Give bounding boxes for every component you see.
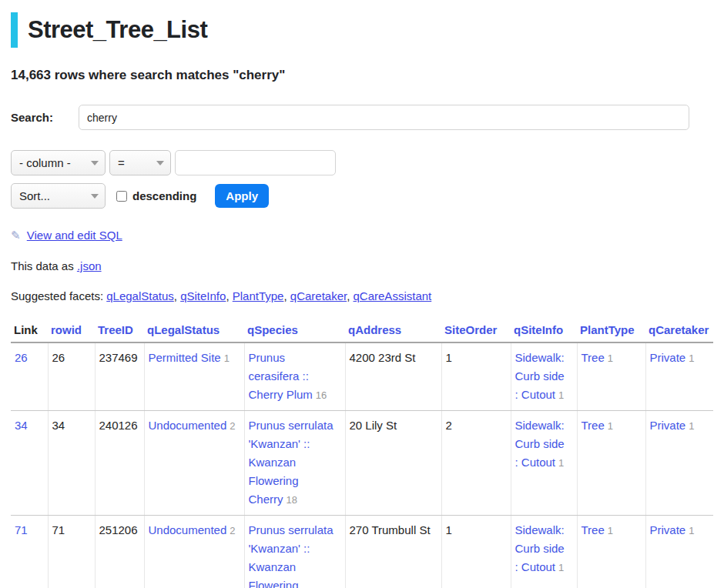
qsiteinfo-value-link[interactable]: Sidewalk: Curb side : Cutout	[515, 523, 565, 573]
column-header-treeid: TreeID	[95, 321, 144, 342]
filter-operator-select-value: =	[118, 156, 125, 169]
row-link[interactable]: 71	[15, 523, 28, 536]
search-form: Search:	[11, 105, 689, 130]
cell-rowid: 34	[48, 411, 95, 516]
facet-link[interactable]: qLegalStatus	[106, 289, 174, 302]
facet-count: 2	[230, 420, 235, 432]
sort-by-qlegalstatus-link[interactable]: qLegalStatus	[147, 323, 220, 336]
qlegalstatus-value-link[interactable]: Permitted Site	[149, 351, 221, 364]
cell-treeid: 240126	[95, 411, 144, 516]
sort-by-treeid-link[interactable]: TreeID	[98, 323, 133, 336]
sort-by-qspecies-link[interactable]: qSpecies	[247, 323, 298, 336]
table-header-row: Link rowid TreeID qLegalStatus qSpecies …	[11, 321, 713, 342]
cell-qspecies: Prunus serrulata 'Kwanzan' :: Kwanzan Fl…	[244, 516, 345, 588]
search-label: Search:	[11, 111, 79, 124]
page-title: Street_Tree_List	[11, 12, 713, 48]
sort-by-planttype-link[interactable]: PlantType	[580, 323, 635, 336]
qcaretaker-value-link[interactable]: Private	[650, 419, 686, 432]
cell-qaddress: 20 Lily St	[345, 411, 441, 516]
search-input[interactable]	[79, 105, 689, 130]
sort-by-rowid-link[interactable]: rowid	[51, 323, 82, 336]
cell-treeid: 251206	[95, 516, 144, 588]
facet-count: 2	[230, 525, 235, 536]
view-edit-sql-link[interactable]: View and edit SQL	[27, 229, 122, 242]
facet-count: 1	[689, 420, 694, 432]
qsiteinfo-value-link[interactable]: Sidewalk: Curb side : Cutout	[515, 419, 565, 469]
qspecies-value-link[interactable]: Prunus serrulata 'Kwanzan' :: Kwanzan Fl…	[249, 523, 334, 588]
facet-item: qLegalStatus	[106, 289, 180, 302]
chevron-down-icon	[156, 161, 164, 165]
sort-select-value: Sort...	[19, 189, 50, 202]
cell-qsiteinfo: Sidewalk: Curb side : Cutout1	[511, 516, 577, 588]
cell-qaddress: 270 Trumbull St	[345, 516, 441, 588]
facet-count: 1	[558, 389, 564, 401]
cell-link: 26	[11, 342, 48, 411]
filter-column-select[interactable]: - column -	[11, 150, 106, 175]
facet-count: 1	[689, 525, 694, 536]
sort-by-qaddress-link[interactable]: qAddress	[348, 323, 401, 336]
cell-siteorder: 2	[441, 411, 511, 516]
cell-planttype: Tree1	[577, 342, 645, 411]
filter-row: - column - =	[11, 150, 713, 175]
json-link[interactable]: .json	[77, 259, 102, 272]
qspecies-value-link[interactable]: Prunus cerasifera :: Cherry Plum	[249, 351, 313, 401]
column-header-rowid: rowid	[48, 321, 95, 342]
cell-qcaretaker: Private1	[645, 342, 713, 411]
cell-link: 34	[11, 411, 48, 516]
facet-list: qLegalStatusqSiteInfoPlantTypeqCaretaker…	[106, 289, 431, 302]
column-header-qsiteinfo: qSiteInfo	[511, 321, 577, 342]
cell-qspecies: Prunus cerasifera :: Cherry Plum16	[244, 342, 345, 411]
row-link[interactable]: 26	[15, 351, 28, 364]
facet-count: 1	[224, 352, 230, 364]
sort-row: Sort... descending Apply	[11, 183, 713, 209]
sort-select[interactable]: Sort...	[11, 183, 106, 209]
chevron-down-icon	[91, 194, 99, 199]
table-row: 26 26 237469 Permitted Site1 Prunus cera…	[11, 342, 713, 411]
filter-operator-select[interactable]: =	[109, 150, 171, 175]
qsiteinfo-value-link[interactable]: Sidewalk: Curb side : Cutout	[515, 351, 565, 401]
cell-link: 71	[11, 516, 48, 588]
facet-link[interactable]: qSiteInfo	[180, 289, 226, 302]
cell-qspecies: Prunus serrulata 'Kwanzan' :: Kwanzan Fl…	[244, 411, 345, 516]
cell-qlegalstatus: Permitted Site1	[144, 342, 244, 411]
facet-item: PlantType	[233, 289, 290, 302]
facet-count: 1	[558, 562, 564, 573]
row-link[interactable]: 34	[15, 419, 28, 432]
facet-count: 1	[558, 457, 564, 469]
facet-item: qCareAssistant	[354, 289, 432, 302]
cell-qcaretaker: Private1	[645, 411, 713, 516]
facet-item: qSiteInfo	[180, 289, 233, 302]
descending-checkbox[interactable]	[116, 191, 127, 202]
planttype-value-link[interactable]: Tree	[582, 523, 605, 536]
cell-rowid: 71	[48, 516, 95, 588]
descending-label: descending	[132, 189, 196, 202]
filter-value-input[interactable]	[175, 150, 336, 175]
qcaretaker-value-link[interactable]: Private	[650, 351, 686, 364]
cell-qlegalstatus: Undocumented2	[144, 516, 244, 588]
cell-rowid: 26	[48, 342, 95, 411]
qlegalstatus-value-link[interactable]: Undocumented	[149, 419, 227, 432]
qlegalstatus-value-link[interactable]: Undocumented	[149, 523, 227, 536]
sort-by-siteorder-link[interactable]: SiteOrder	[444, 323, 497, 336]
facet-link[interactable]: qCaretaker	[290, 289, 347, 302]
results-table: Link rowid TreeID qLegalStatus qSpecies …	[11, 321, 713, 588]
facet-item: qCaretaker	[290, 289, 354, 302]
facet-link[interactable]: PlantType	[233, 289, 284, 302]
facet-count: 18	[287, 494, 297, 506]
apply-button[interactable]: Apply	[215, 184, 269, 208]
facet-link[interactable]: qCareAssistant	[354, 289, 432, 302]
planttype-value-link[interactable]: Tree	[582, 351, 605, 364]
column-header-qaddress: qAddress	[345, 321, 441, 342]
qspecies-value-link[interactable]: Prunus serrulata 'Kwanzan' :: Kwanzan Fl…	[249, 419, 334, 506]
data-as-line: This data as .json	[11, 259, 713, 272]
sort-by-qcaretaker-link[interactable]: qCaretaker	[649, 323, 709, 336]
facet-count: 1	[608, 525, 613, 536]
column-header-planttype: PlantType	[577, 321, 645, 342]
cell-qcaretaker: Private1	[645, 516, 713, 588]
cell-planttype: Tree1	[577, 411, 645, 516]
sort-by-qsiteinfo-link[interactable]: qSiteInfo	[514, 323, 563, 336]
pencil-icon: ✎	[11, 229, 21, 242]
facets-prefix: Suggested facets:	[11, 289, 106, 302]
qcaretaker-value-link[interactable]: Private	[650, 523, 686, 536]
planttype-value-link[interactable]: Tree	[582, 419, 605, 432]
